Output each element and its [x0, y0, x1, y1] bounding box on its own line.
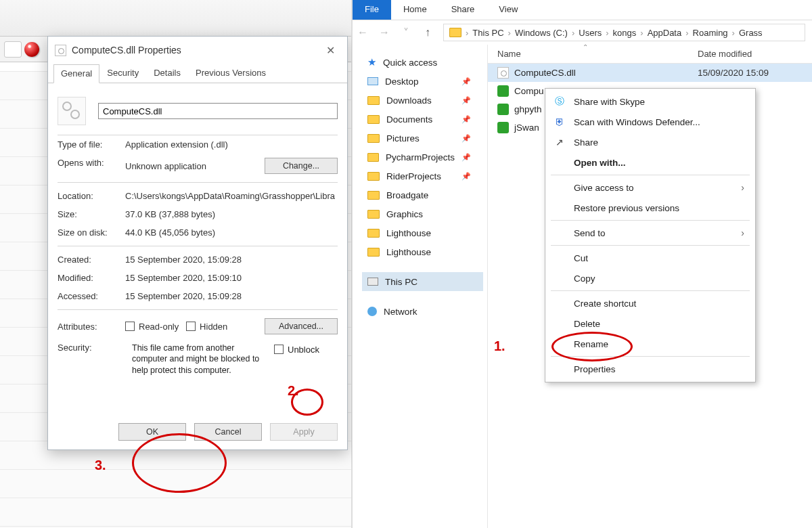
ctx-send-to[interactable]: Send to› — [545, 223, 755, 243]
folder-icon — [367, 210, 380, 219]
folder-icon — [367, 153, 379, 162]
sort-caret-icon: ⌃ — [583, 43, 588, 51]
col-name[interactable]: Name — [488, 49, 691, 59]
tool-button[interactable] — [4, 41, 22, 58]
ctx-scan-defender[interactable]: ⛨Scan with Windows Defender... — [545, 112, 755, 132]
record-icon[interactable] — [24, 42, 39, 57]
pc-icon — [367, 278, 378, 286]
folder-icon — [367, 96, 380, 105]
nav-downloads[interactable]: Downloads📌 — [362, 91, 483, 110]
attributes-label: Attributes: — [58, 322, 125, 332]
nav-desktop[interactable]: Desktop📌 — [362, 72, 483, 91]
nav-lighthouse2[interactable]: Lighthouse — [362, 242, 483, 261]
chevron-right-icon: › — [741, 227, 744, 238]
ctx-rename[interactable]: Rename — [545, 334, 755, 354]
ribbon-tab-file[interactable]: File — [353, 0, 391, 20]
apply-button[interactable]: Apply — [270, 423, 338, 441]
pin-icon: 📌 — [461, 115, 471, 124]
star-icon: ★ — [367, 56, 376, 68]
col-modified[interactable]: Date modified — [691, 49, 812, 59]
ctx-copy[interactable]: Copy — [545, 268, 755, 288]
ctx-cut[interactable]: Cut — [545, 248, 755, 268]
properties-dialog: ComputeCS.dll Properties ✕ General Secur… — [47, 36, 348, 450]
nav-lighthouse1[interactable]: Lighthouse — [362, 223, 483, 242]
unblock-checkbox[interactable]: Unblock — [274, 345, 319, 355]
pin-icon: 📌 — [461, 172, 471, 181]
gha-icon — [497, 104, 509, 115]
location-value: C:\Users\kongs\AppData\Roaming\Grasshopp… — [125, 191, 338, 201]
file-row[interactable]: ComputeCS.dll 15/09/2020 15:09 — [488, 64, 812, 82]
tab-security[interactable]: Security — [99, 64, 146, 83]
ctx-delete[interactable]: Delete — [545, 313, 755, 334]
accessed-value: 15 September 2020, 15:09:28 — [125, 291, 338, 301]
tab-general[interactable]: General — [53, 64, 99, 83]
opens-value: Unknown application — [125, 161, 206, 171]
ctx-create-shortcut[interactable]: Create shortcut — [545, 293, 755, 313]
opens-label: Opens with: — [58, 158, 125, 174]
size-value: 37.0 KB (37,888 bytes) — [125, 209, 338, 219]
nav-network[interactable]: Network — [362, 302, 483, 321]
dll-icon — [55, 45, 66, 56]
ctx-properties[interactable]: Properties — [545, 359, 755, 379]
nav-broadgate[interactable]: Broadgate — [362, 185, 483, 204]
ribbon-tab-view[interactable]: View — [487, 0, 530, 20]
nav-quick-access[interactable]: ★Quick access — [362, 53, 483, 72]
readonly-checkbox[interactable]: Read-only — [125, 322, 179, 332]
tab-details[interactable]: Details — [146, 64, 188, 83]
nav-rider[interactable]: RiderProjects📌 — [362, 167, 483, 185]
ribbon-tab-home[interactable]: Home — [391, 0, 439, 20]
nav-pane: ★Quick access Desktop📌 Downloads📌 Docume… — [353, 45, 488, 528]
ctx-share[interactable]: ↗Share — [545, 132, 755, 152]
context-menu: ⓈShare with Skype ⛨Scan with Windows Def… — [545, 88, 756, 382]
folder-icon — [367, 172, 380, 181]
shield-icon: ⛨ — [554, 116, 566, 128]
advanced-button[interactable]: Advanced... — [265, 318, 338, 334]
dialog-title: ComputeCS.dll Properties — [72, 45, 181, 56]
tab-previous[interactable]: Previous Versions — [188, 64, 273, 83]
security-label: Security: — [58, 343, 125, 353]
nav-pictures[interactable]: Pictures📌 — [362, 129, 483, 148]
forward-button[interactable]: → — [378, 26, 390, 39]
ctx-share-skype[interactable]: ⓈShare with Skype — [545, 91, 755, 112]
breadcrumb[interactable]: ›This PC ›Windows (C:) ›Users ›kongs ›Ap… — [443, 24, 805, 41]
nav-documents[interactable]: Documents📌 — [362, 110, 483, 129]
desktop-icon — [367, 77, 378, 85]
gha-icon — [497, 122, 509, 133]
pin-icon: 📌 — [461, 96, 471, 105]
change-button[interactable]: Change... — [265, 158, 338, 174]
hidden-checkbox[interactable]: Hidden — [186, 322, 227, 332]
close-button[interactable]: ✕ — [321, 41, 340, 60]
pin-icon: 📌 — [461, 77, 471, 86]
folder-icon — [367, 248, 380, 257]
ctx-restore-prev[interactable]: Restore previous versions — [545, 198, 755, 218]
folder-icon — [367, 134, 380, 143]
folder-icon — [449, 28, 461, 37]
nav-pycharm[interactable]: PycharmProjects📌 — [362, 148, 483, 167]
security-message: This file came from another computer and… — [132, 343, 267, 376]
nav-graphics[interactable]: Graphics — [362, 204, 483, 223]
file-icon — [58, 97, 86, 125]
modified-label: Modified: — [58, 273, 125, 283]
skype-icon: Ⓢ — [554, 95, 566, 108]
type-value: Application extension (.dll) — [125, 139, 338, 150]
cancel-button[interactable]: Cancel — [194, 423, 262, 441]
nav-this-pc[interactable]: This PC — [362, 272, 483, 291]
type-label: Type of file: — [58, 139, 125, 150]
ctx-give-access[interactable]: Give access to› — [545, 177, 755, 198]
modified-value: 15 September 2020, 15:09:10 — [125, 273, 338, 283]
folder-icon — [367, 191, 380, 200]
folder-icon — [367, 115, 380, 124]
created-label: Created: — [58, 255, 125, 265]
filename-input[interactable] — [98, 103, 338, 119]
ctx-open-with[interactable]: Open with... — [545, 152, 755, 173]
sod-value: 44.0 KB (45,056 bytes) — [125, 227, 338, 238]
chevron-right-icon: › — [741, 182, 744, 193]
back-button[interactable]: ← — [357, 26, 369, 39]
ok-button[interactable]: OK — [118, 423, 186, 441]
pin-icon: 📌 — [461, 153, 471, 162]
up-button[interactable]: ↑ — [422, 26, 434, 39]
size-label: Size: — [58, 209, 125, 219]
recent-button[interactable]: ˅ — [400, 26, 412, 39]
gear-icon — [70, 110, 80, 119]
ribbon-tab-share[interactable]: Share — [439, 0, 487, 20]
